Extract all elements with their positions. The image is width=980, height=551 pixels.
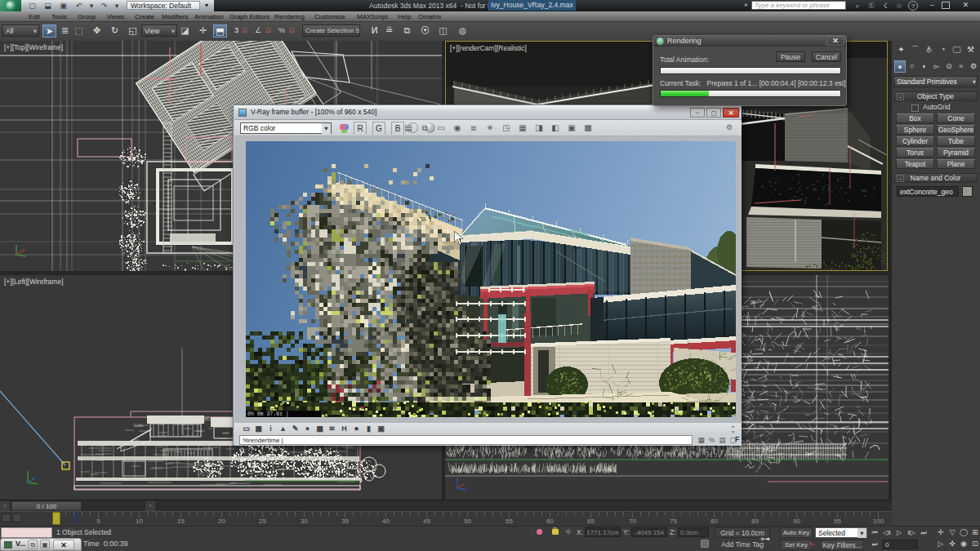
svg-text:[+][Left][Wireframe]: [+][Left][Wireframe] xyxy=(4,278,64,286)
svg-text:[+][Top][Wireframe]: [+][Top][Wireframe] xyxy=(4,43,63,51)
svg-text:0h 0m 37.8s |: 0h 0m 37.8s | xyxy=(247,411,289,417)
svg-text:[+][renderCam][Realistic]: [+][renderCam][Realistic] xyxy=(450,44,527,52)
